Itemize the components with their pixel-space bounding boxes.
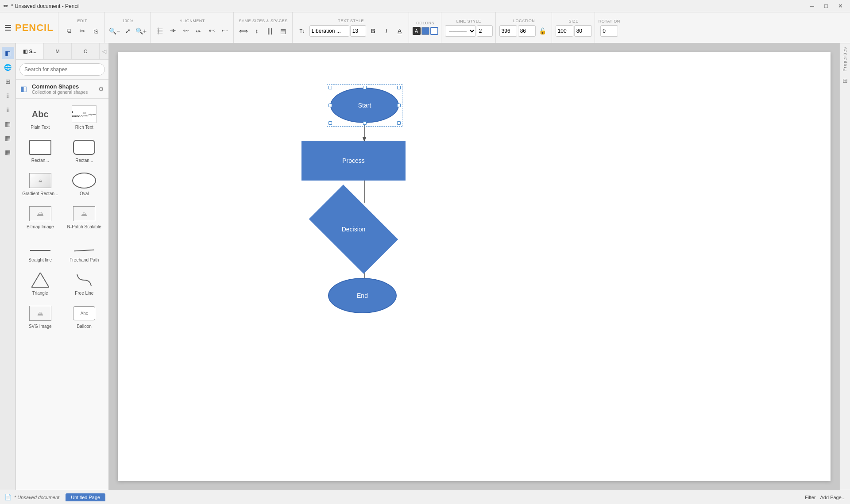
location-y-input[interactable] <box>518 25 536 37</box>
location-x-input[interactable] <box>499 25 517 37</box>
shape-process[interactable]: Process <box>301 141 406 181</box>
start-label: Start <box>358 102 371 109</box>
handle-br[interactable] <box>397 121 401 125</box>
handle-lc[interactable] <box>328 104 332 107</box>
statusbar: 📄 * Unsaved document Untitled Page Filte… <box>0 490 850 504</box>
size-width-input[interactable] <box>556 25 573 37</box>
filter-button[interactable]: Filter <box>805 495 815 500</box>
add-page-button[interactable]: Add Page... <box>820 495 846 500</box>
page-tab-untitled[interactable]: Untitled Page <box>66 493 105 501</box>
rail-icon-6[interactable]: ▦ <box>2 118 14 130</box>
same-width-button[interactable]: ⟺ <box>237 25 250 37</box>
font-picker-button[interactable]: T↓ <box>296 25 309 37</box>
align-right-button[interactable]: ⬳ <box>180 25 192 37</box>
sidebar-tab-clip[interactable]: C <box>72 43 100 59</box>
shape-item-triangle[interactable]: Triangle <box>19 268 61 299</box>
align-center-v-button[interactable]: ⬷ <box>205 25 218 37</box>
same-sizes-section: SAME SIZES & SPACES ⟺ ↕ ||| ▤ <box>235 12 293 43</box>
align-center-h-button[interactable]: ⬲ <box>167 25 179 37</box>
minimize-button[interactable]: ─ <box>806 0 818 12</box>
handle-rc[interactable] <box>397 104 401 107</box>
line-width-input[interactable] <box>477 25 493 37</box>
shape-item-oval[interactable]: Oval <box>64 169 105 199</box>
zoom-out-button[interactable]: 🔍− <box>108 25 121 37</box>
rail-shapes-icon[interactable]: ◧ <box>2 47 14 59</box>
close-button[interactable]: ✕ <box>834 0 846 12</box>
group-button[interactable]: ▤ <box>277 25 290 37</box>
shape-item-straight-line[interactable]: Straight line <box>19 235 61 265</box>
shape-item-rich-text[interactable]: A mundo del texto algunas Rich Text <box>64 102 105 133</box>
text-style-label: TEXT STYLE <box>338 19 364 23</box>
canvas-area[interactable]: Start Process <box>109 43 839 490</box>
shape-item-freehand[interactable]: Freehand Path <box>64 235 105 265</box>
underline-button[interactable]: A <box>394 25 406 37</box>
shape-item-gradient-rect[interactable]: ⛰ Gradient Rectan... <box>19 169 61 199</box>
svg-thumb: ⛰ <box>28 304 53 322</box>
shape-item-svg[interactable]: ⛰ SVG Image <box>19 301 61 332</box>
same-height-button[interactable]: ↕ <box>251 25 263 37</box>
rail-icon-8[interactable]: ▦ <box>2 146 14 158</box>
properties-label[interactable]: Properties <box>842 47 847 72</box>
lock-position-button[interactable]: 🔓 <box>537 25 549 37</box>
rail-icon-7[interactable]: ▦ <box>2 132 14 144</box>
size-height-input[interactable] <box>574 25 592 37</box>
sidebar-tab-shapes[interactable]: ◧ S... <box>16 43 44 59</box>
distribute-h-button[interactable]: ||| <box>264 25 276 37</box>
shape-item-rectangle[interactable]: Rectan... <box>19 135 61 166</box>
zoom-in-button[interactable]: 🔍+ <box>135 25 147 37</box>
shape-start[interactable]: Start <box>330 88 399 123</box>
shapes-collection-header: ◧ Common Shapes Collection of general sh… <box>16 80 108 99</box>
location-label: LOCATION <box>513 19 535 23</box>
shape-item-rounded-rect[interactable]: Rectan... <box>64 135 105 166</box>
align-left-button[interactable]: ⬱ <box>154 25 166 37</box>
rail-icon-5[interactable]: ⁞⁞ <box>2 104 14 116</box>
font-size-input[interactable] <box>350 25 366 37</box>
rotation-label: ROTATION <box>599 19 620 23</box>
sidebar-tab-more[interactable]: M <box>44 43 72 59</box>
shape-item-balloon[interactable]: Abc Balloon <box>64 301 105 332</box>
shape-item-npatch[interactable]: ⛰ N-Patch Scalable <box>64 202 105 232</box>
hamburger-menu[interactable]: ☰ <box>4 23 12 33</box>
search-input[interactable] <box>19 63 105 76</box>
maximize-button[interactable]: □ <box>820 0 832 12</box>
copy-button[interactable]: ⧉ <box>63 25 75 37</box>
shape-decision[interactable]: Decision <box>315 205 392 254</box>
paste-button[interactable]: ⎘ <box>89 25 102 37</box>
bold-button[interactable]: B <box>367 25 379 37</box>
shape-item-plain-text[interactable]: Abc Plain Text <box>19 102 61 133</box>
npatch-thumb: ⛰ <box>72 205 97 223</box>
handle-tc[interactable] <box>363 86 367 89</box>
stroke-color-swatch[interactable] <box>430 27 438 35</box>
handle-bc[interactable] <box>363 121 367 125</box>
cut-button[interactable]: ✂ <box>76 25 89 37</box>
size-label: SIZE <box>569 19 579 23</box>
text-color-swatch[interactable]: A <box>413 27 421 35</box>
handle-tr[interactable] <box>397 86 401 89</box>
rail-grid-icon[interactable]: ⊞ <box>2 75 14 88</box>
handle-bl[interactable] <box>328 121 332 125</box>
document-name: * Unsaved document <box>14 495 59 500</box>
rail-icon-4[interactable]: ⁞⁞ <box>2 89 14 102</box>
shape-item-free-line[interactable]: Free Line <box>64 268 105 299</box>
collection-settings-icon[interactable]: ⚙ <box>98 85 104 92</box>
sidebar: ◧ S... M C ◁ ◧ Common Shapes Collection … <box>16 43 109 490</box>
properties-grid-icon[interactable]: ⊞ <box>842 77 848 84</box>
handle-tl[interactable] <box>328 86 332 89</box>
font-family-input[interactable] <box>309 25 349 37</box>
align-bottom-button[interactable]: ⬸ <box>218 25 231 37</box>
align-top-button[interactable]: ⬰ <box>193 25 205 37</box>
italic-button[interactable]: I <box>380 25 393 37</box>
shape-item-bitmap[interactable]: ⛰ Bitmap Image <box>19 202 61 232</box>
rotation-input[interactable] <box>600 25 618 37</box>
shape-end[interactable]: End <box>328 278 397 313</box>
line-style-label: LINE STYLE <box>456 19 481 23</box>
triangle-thumb <box>28 271 53 289</box>
line-style-select[interactable]: ───── - - - - ······ <box>445 25 476 37</box>
sidebar-collapse-button[interactable]: ◁ <box>100 43 108 59</box>
zoom-fit-button[interactable]: ⤢ <box>122 25 134 37</box>
canvas[interactable]: Start Process <box>118 52 831 481</box>
shapes-grid: Abc Plain Text A mundo del texto algunas… <box>19 102 105 332</box>
rail-network-icon[interactable]: 🌐 <box>2 61 14 73</box>
fill-color-swatch[interactable] <box>421 27 429 35</box>
colors-section: COLORS A <box>410 12 441 43</box>
